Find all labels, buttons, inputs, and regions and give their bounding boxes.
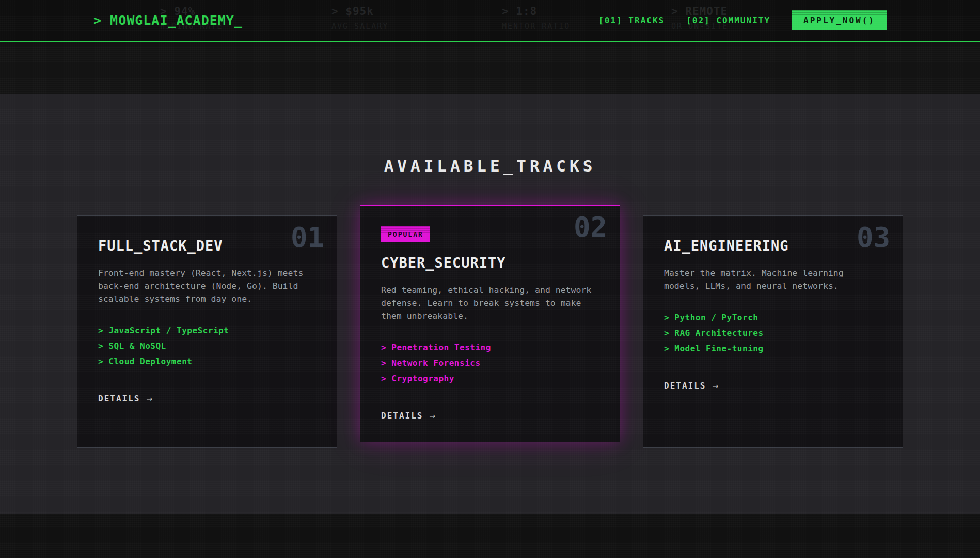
track-cards: 01 FULL_STACK_DEV Front-end mastery (Rea…: [77, 215, 903, 453]
card-title: CYBER_SECURITY: [381, 254, 599, 272]
topic-item: > Penetration Testing: [381, 343, 599, 352]
card-topic-list: > Python / PyTorch > RAG Architectures >…: [664, 313, 882, 353]
card-topic-list: > JavaScript / TypeScript > SQL & NoSQL …: [98, 326, 316, 366]
track-card-cyber-security: 02 POPULAR CYBER_SECURITY Red teaming, e…: [360, 205, 620, 442]
footer-band: [0, 514, 980, 558]
topic-item: > Cryptography: [381, 374, 599, 383]
site-header: > MOWGLAI_ACADEMY_ [01] TRACKS [02] COMM…: [0, 0, 980, 42]
popular-badge: POPULAR: [381, 226, 430, 242]
card-topic-list: > Penetration Testing > Network Forensic…: [381, 343, 599, 383]
section-title: AVAILABLE_TRACKS: [0, 157, 980, 175]
card-number: 02: [574, 211, 607, 244]
details-label: DETAILS: [664, 381, 706, 391]
arrow-right-icon: →: [429, 410, 436, 421]
mowglai-academy-page: > 94% HIRING RATE > $95k AVG SALARY > 1:…: [0, 0, 980, 558]
details-link[interactable]: DETAILS →: [664, 380, 719, 391]
track-card-ai-engineering: 03 AI_ENGINEERING Master the matrix. Mac…: [643, 215, 903, 448]
card-number: 01: [291, 221, 324, 255]
logo[interactable]: > MOWGLAI_ACADEMY_: [93, 13, 243, 28]
track-card-full-stack-dev: 01 FULL_STACK_DEV Front-end mastery (Rea…: [77, 215, 337, 448]
nav-link-tracks[interactable]: [01] TRACKS: [598, 16, 665, 25]
details-link[interactable]: DETAILS →: [381, 410, 436, 421]
details-link[interactable]: DETAILS →: [98, 393, 153, 404]
topic-item: > SQL & NoSQL: [98, 342, 316, 350]
card-description: Front-end mastery (React, Next.js) meets…: [98, 267, 316, 305]
topic-item: > Python / PyTorch: [664, 313, 882, 322]
topic-item: > Cloud Deployment: [98, 357, 316, 366]
topic-item: > RAG Architectures: [664, 329, 882, 337]
arrow-right-icon: →: [146, 393, 153, 404]
card-title: FULL_STACK_DEV: [98, 237, 316, 255]
card-title: AI_ENGINEERING: [664, 237, 882, 255]
available-tracks-section: AVAILABLE_TRACKS 01 FULL_STACK_DEV Front…: [0, 94, 980, 514]
details-label: DETAILS: [381, 411, 423, 421]
card-number: 03: [857, 221, 890, 255]
nav-link-community[interactable]: [02] COMMUNITY: [686, 16, 770, 25]
arrow-right-icon: →: [712, 380, 719, 391]
apply-now-button[interactable]: APPLY_NOW(): [792, 10, 887, 30]
header-container: > MOWGLAI_ACADEMY_ [01] TRACKS [02] COMM…: [93, 0, 887, 41]
card-description: Master the matrix. Machine learning mode…: [664, 267, 882, 292]
card-description: Red teaming, ethical hacking, and networ…: [381, 284, 599, 322]
details-label: DETAILS: [98, 394, 140, 404]
header-nav: [01] TRACKS [02] COMMUNITY APPLY_NOW(): [598, 10, 887, 30]
topic-item: > JavaScript / TypeScript: [98, 326, 316, 335]
topic-item: > Network Forensics: [381, 359, 599, 367]
topic-item: > Model Fine-tuning: [664, 344, 882, 353]
